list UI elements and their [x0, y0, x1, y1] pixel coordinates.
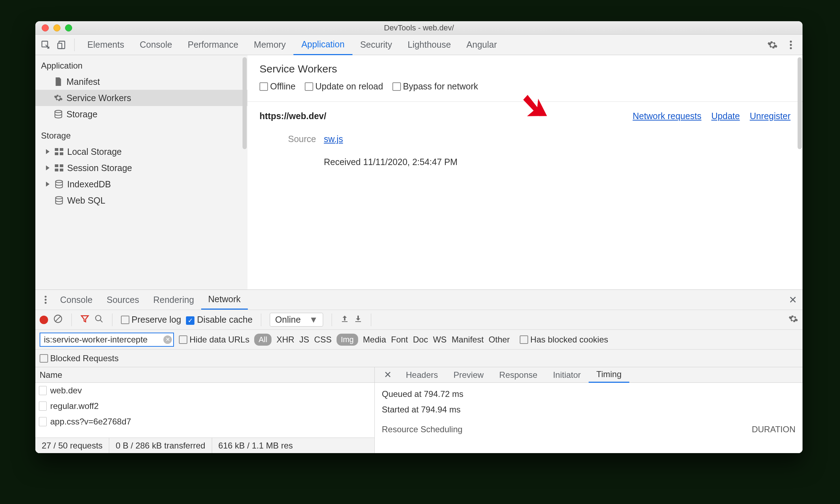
- net-settings-icon[interactable]: [788, 314, 798, 326]
- sidebar-item-label: Local Storage: [67, 147, 122, 157]
- more-icon[interactable]: [783, 37, 798, 52]
- gear-icon: [54, 93, 63, 102]
- tab-security[interactable]: Security: [352, 35, 400, 55]
- file-icon: [54, 77, 63, 86]
- record-icon[interactable]: [40, 316, 48, 324]
- network-requests-link[interactable]: Network requests: [633, 111, 702, 121]
- expand-icon[interactable]: [46, 165, 49, 170]
- scrollbar[interactable]: [243, 57, 247, 149]
- grid-icon: [54, 163, 64, 172]
- sidebar-item-session-storage[interactable]: Session Storage: [35, 160, 247, 176]
- svg-point-6: [55, 110, 62, 113]
- sidebar-item-indexeddb[interactable]: IndexedDB: [35, 176, 247, 192]
- svg-rect-11: [55, 164, 58, 167]
- drawer-tab-rendering[interactable]: Rendering: [146, 290, 201, 310]
- type-js[interactable]: JS: [299, 335, 309, 345]
- svg-rect-8: [60, 148, 63, 151]
- filter-input[interactable]: [40, 333, 174, 347]
- db-icon: [54, 196, 64, 205]
- minimize-icon[interactable]: [53, 24, 60, 31]
- network-filter-row: ✕ Hide data URLs All XHR JS CSS Img Medi…: [35, 329, 803, 349]
- type-img[interactable]: Img: [337, 334, 358, 346]
- tab-console[interactable]: Console: [132, 35, 180, 55]
- upload-icon[interactable]: [340, 315, 349, 325]
- source-label: Source: [281, 134, 316, 144]
- tab-performance[interactable]: Performance: [180, 35, 246, 55]
- type-media[interactable]: Media: [363, 335, 386, 345]
- expand-icon[interactable]: [46, 182, 49, 187]
- settings-icon[interactable]: [765, 37, 780, 52]
- request-count: 27 / 50 requests: [35, 438, 109, 453]
- preserve-log-checkbox[interactable]: Preserve log: [121, 315, 181, 325]
- blocked-cookies-checkbox[interactable]: Has blocked cookies: [520, 335, 608, 345]
- devtools-window: DevTools - web.dev/ Elements Console Per…: [35, 21, 803, 453]
- detail-tab-timing[interactable]: Timing: [589, 367, 629, 383]
- update-link[interactable]: Update: [711, 111, 740, 121]
- tab-memory[interactable]: Memory: [246, 35, 293, 55]
- sidebar-item-service-workers[interactable]: Service Workers: [35, 90, 247, 106]
- offline-checkbox[interactable]: Offline: [259, 81, 296, 92]
- type-font[interactable]: Font: [391, 335, 408, 345]
- started-text: Started at 794.94 ms: [382, 405, 795, 415]
- unregister-link[interactable]: Unregister: [750, 111, 791, 121]
- sidebar-item-local-storage[interactable]: Local Storage: [35, 143, 247, 160]
- close-drawer-icon[interactable]: ✕: [789, 294, 797, 306]
- drawer-tab-console[interactable]: Console: [53, 290, 100, 310]
- close-icon[interactable]: [42, 24, 49, 31]
- svg-point-5: [790, 47, 792, 49]
- tab-application[interactable]: Application: [293, 35, 352, 55]
- svg-rect-12: [60, 164, 63, 167]
- update-reload-checkbox[interactable]: Update on reload: [305, 81, 383, 92]
- type-css[interactable]: CSS: [314, 335, 332, 345]
- type-doc[interactable]: Doc: [413, 335, 428, 345]
- clear-icon[interactable]: [53, 314, 63, 326]
- page-title: Service Workers: [259, 63, 791, 75]
- scrollbar[interactable]: [798, 57, 802, 149]
- close-detail-icon[interactable]: ✕: [378, 369, 398, 380]
- grid-icon: [54, 147, 64, 156]
- panel-tabs: Elements Console Performance Memory Appl…: [80, 35, 505, 55]
- detail-tab-preview[interactable]: Preview: [446, 367, 491, 383]
- tab-angular[interactable]: Angular: [459, 35, 504, 55]
- sidebar-item-manifest[interactable]: Manifest: [35, 74, 247, 90]
- inspect-icon[interactable]: [38, 37, 53, 52]
- device-toggle-icon[interactable]: [54, 37, 69, 52]
- drawer-tab-sources[interactable]: Sources: [100, 290, 146, 310]
- request-row[interactable]: app.css?v=6e2768d7: [35, 414, 374, 429]
- filter-clear-icon[interactable]: ✕: [163, 335, 172, 344]
- tab-lighthouse[interactable]: Lighthouse: [400, 35, 459, 55]
- blocked-requests-checkbox[interactable]: Blocked Requests: [40, 353, 118, 363]
- hide-data-urls-checkbox[interactable]: Hide data URLs: [179, 335, 249, 345]
- col-name[interactable]: Name: [35, 367, 374, 383]
- drawer-tab-network[interactable]: Network: [201, 290, 248, 310]
- received-text: Received 11/11/2020, 2:54:47 PM: [324, 157, 457, 167]
- type-ws[interactable]: WS: [433, 335, 447, 345]
- type-all[interactable]: All: [254, 334, 271, 346]
- drawer: Console Sources Rendering Network ✕ Pres…: [35, 289, 803, 453]
- content-pane: Service Workers Offline Update on reload…: [247, 55, 803, 289]
- zoom-icon[interactable]: [65, 24, 72, 31]
- download-icon[interactable]: [354, 315, 362, 325]
- svg-rect-2: [58, 43, 62, 48]
- detail-tab-initiator[interactable]: Initiator: [545, 367, 589, 383]
- sidebar-item-storage[interactable]: Storage: [35, 106, 247, 122]
- filter-icon[interactable]: [80, 314, 89, 326]
- sidebar-item-websql[interactable]: Web SQL: [35, 192, 247, 209]
- detail-tab-headers[interactable]: Headers: [398, 367, 446, 383]
- type-manifest[interactable]: Manifest: [451, 335, 484, 345]
- request-row[interactable]: web.dev: [35, 383, 374, 398]
- traffic-lights: [35, 24, 72, 31]
- disable-cache-checkbox[interactable]: ✓ Disable cache: [186, 315, 252, 325]
- tab-elements[interactable]: Elements: [80, 35, 132, 55]
- expand-icon[interactable]: [46, 149, 49, 154]
- source-link[interactable]: sw.js: [324, 134, 343, 144]
- drawer-more-icon[interactable]: [38, 292, 53, 307]
- throttle-select[interactable]: Online▼: [270, 313, 323, 327]
- bypass-network-checkbox[interactable]: Bypass for network: [392, 81, 478, 92]
- type-xhr[interactable]: XHR: [276, 335, 294, 345]
- request-row[interactable]: regular.woff2: [35, 398, 374, 414]
- svg-rect-25: [355, 321, 361, 322]
- search-icon[interactable]: [94, 314, 104, 326]
- detail-tab-response[interactable]: Response: [491, 367, 545, 383]
- type-other[interactable]: Other: [489, 335, 510, 345]
